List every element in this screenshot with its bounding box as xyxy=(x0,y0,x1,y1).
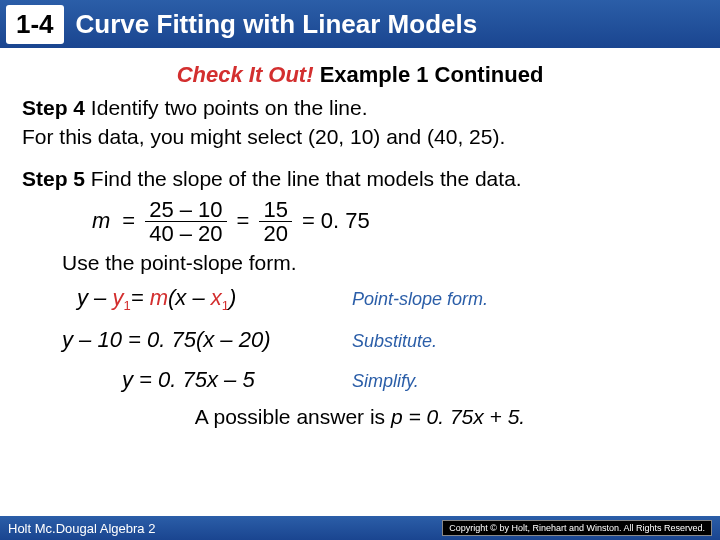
step4-line1: Step 4 Identify two points on the line. xyxy=(22,94,698,121)
math-m: m xyxy=(92,208,110,234)
math-result: 0. 75 xyxy=(321,208,370,234)
fraction-2: 15 20 xyxy=(259,198,291,245)
use-point-slope: Use the point-slope form. xyxy=(62,251,698,275)
eq1-left: y – y1= m(x – x1) xyxy=(22,285,352,313)
step4-label: Step 4 xyxy=(22,96,85,119)
equation-row-3: y = 0. 75x – 5 Simplify. xyxy=(22,367,698,393)
eq1-c: = xyxy=(131,285,150,310)
answer-prefix: A possible answer is xyxy=(195,405,391,428)
eq1-h: ) xyxy=(229,285,236,310)
step4-text: Identify two points on the line. xyxy=(85,96,368,119)
slope-equation: m = 25 – 10 40 – 20 = 15 20 = 0. 75 xyxy=(92,198,698,245)
eq2-left: y – 10 = 0. 75(x – 20) xyxy=(22,327,352,353)
num1: 25 – 10 xyxy=(145,198,226,222)
eq1-sub1: 1 xyxy=(123,298,130,313)
num2: 15 xyxy=(259,198,291,222)
math-eq2: = xyxy=(237,208,250,234)
step4-line2: For this data, you might select (20, 10)… xyxy=(22,123,698,150)
slide-title: Curve Fitting with Linear Models xyxy=(76,9,478,40)
check-it-out-label: Check It Out! xyxy=(177,62,314,87)
step5-label: Step 5 xyxy=(22,167,85,190)
answer-line: A possible answer is p = 0. 75x + 5. xyxy=(22,405,698,429)
eq2-right: Substitute. xyxy=(352,331,437,352)
subtitle: Check It Out! Example 1 Continued xyxy=(22,62,698,88)
eq1-b: y xyxy=(112,285,123,310)
slide-footer: Holt Mc.Dougal Algebra 2 Copyright © by … xyxy=(0,516,720,540)
equation-row-1: y – y1= m(x – x1) Point-slope form. xyxy=(22,285,698,313)
eq1-right: Point-slope form. xyxy=(352,289,488,310)
eq1-g: x xyxy=(211,285,222,310)
example-label: Example 1 Continued xyxy=(314,62,544,87)
eq1-a: y – xyxy=(77,285,112,310)
den2: 20 xyxy=(259,222,291,245)
step5-line: Step 5 Find the slope of the line that m… xyxy=(22,165,698,192)
step5-text: Find the slope of the line that models t… xyxy=(85,167,522,190)
answer-eq: p = 0. 75x + 5. xyxy=(391,405,525,428)
eq1-f: x – xyxy=(175,285,210,310)
equation-row-2: y – 10 = 0. 75(x – 20) Substitute. xyxy=(22,327,698,353)
fraction-1: 25 – 10 40 – 20 xyxy=(145,198,226,245)
footer-book: Holt Mc.Dougal Algebra 2 xyxy=(8,521,155,536)
eq3-right: Simplify. xyxy=(352,371,419,392)
eq1-d: m xyxy=(150,285,168,310)
math-eq3: = xyxy=(302,208,315,234)
slide-content: Check It Out! Example 1 Continued Step 4… xyxy=(0,48,720,429)
footer-copyright: Copyright © by Holt, Rinehart and Winsto… xyxy=(442,520,712,536)
lesson-number-badge: 1-4 xyxy=(6,5,64,44)
slide-header: 1-4 Curve Fitting with Linear Models xyxy=(0,0,720,48)
eq3-left: y = 0. 75x – 5 xyxy=(22,367,352,393)
den1: 40 – 20 xyxy=(145,222,226,245)
eq1-sub2: 1 xyxy=(222,298,229,313)
math-eq1: = xyxy=(122,208,135,234)
